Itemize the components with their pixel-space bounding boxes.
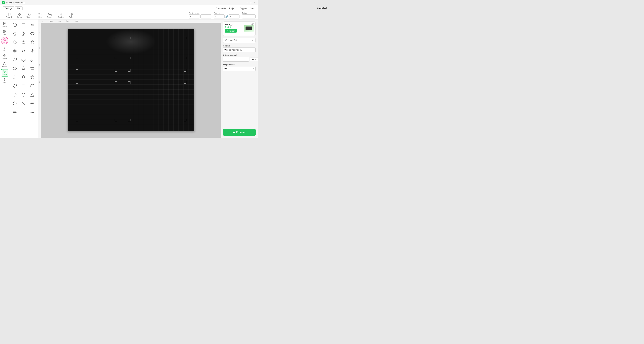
- shop-link[interactable]: Shop: [250, 7, 255, 10]
- insert-tool[interactable]: Insert: [1, 29, 8, 36]
- rotate-input[interactable]: [242, 15, 256, 19]
- settings-icon[interactable]: [252, 23, 254, 26]
- svg-rect-18: [3, 30, 4, 32]
- size-h-input[interactable]: [229, 15, 240, 19]
- group-tool[interactable]: Group: [16, 13, 23, 19]
- community-link[interactable]: Community: [216, 7, 226, 10]
- settings-menu-button[interactable]: Settings: [3, 6, 14, 11]
- maximize-button[interactable]: □: [250, 2, 252, 4]
- shape-dashes[interactable]: [20, 108, 28, 116]
- thickness-input[interactable]: [223, 57, 249, 62]
- corner-tr-1: [184, 37, 186, 39]
- shape-parallelogram[interactable]: [20, 47, 28, 55]
- shape-cloud[interactable]: [28, 82, 36, 90]
- shape-lightning[interactable]: [28, 47, 36, 55]
- canvas-area[interactable]: 0 100 200 300 400 0 100 200 300: [38, 20, 221, 138]
- corner-br-1: [184, 81, 186, 84]
- refresh-button[interactable]: ↻ Refresh: [225, 29, 237, 33]
- shape-tool[interactable]: Shape: [1, 37, 8, 44]
- text-tool[interactable]: Text: [1, 45, 8, 52]
- shape-circle-outline[interactable]: [11, 21, 19, 29]
- svg-rect-6: [30, 13, 31, 14]
- shape-triangle[interactable]: [28, 91, 36, 99]
- material-dropdown[interactable]: User-defined material: [223, 48, 256, 52]
- shape-star6[interactable]: [28, 38, 36, 46]
- chevron-down-icon: [252, 39, 254, 41]
- projects-link[interactable]: Projects: [229, 7, 236, 10]
- reflect-tool[interactable]: Reflect: [68, 13, 75, 19]
- shape-cross[interactable]: [20, 56, 28, 64]
- extract-tool[interactable]: Extract: [1, 61, 8, 69]
- shape-gear[interactable]: [20, 38, 28, 46]
- vector-tool[interactable]: Vector: [1, 53, 8, 60]
- svg-point-42: [22, 76, 24, 79]
- align-tool[interactable]: Align: [36, 13, 43, 19]
- shape-hexagon[interactable]: [20, 91, 28, 99]
- size-w-input[interactable]: [214, 15, 224, 19]
- material-dropdown-wrapper: User-defined material: [223, 48, 256, 52]
- shape-heart[interactable]: [11, 82, 19, 90]
- support-link[interactable]: Support: [240, 7, 247, 10]
- svg-marker-46: [30, 93, 34, 97]
- shape-grid: [11, 21, 36, 116]
- shape-pentagon[interactable]: [11, 99, 19, 107]
- position-x-input[interactable]: [189, 15, 200, 19]
- svg-rect-8: [30, 15, 31, 16]
- right-sidebar: xTool_M1 ⊕ USB ↻ Refresh: [221, 20, 258, 138]
- svg-point-52: [33, 103, 34, 104]
- shape-arrow-up[interactable]: [11, 30, 19, 38]
- ruler-mark-300: 300: [66, 20, 75, 22]
- shape-crescent[interactable]: [11, 73, 19, 81]
- svg-marker-45: [22, 93, 25, 97]
- position-y-input[interactable]: [200, 15, 211, 19]
- shape-star5-outline[interactable]: [20, 65, 28, 73]
- svg-point-26: [13, 23, 16, 27]
- canvas-board[interactable]: [68, 29, 194, 131]
- ungroup-tool[interactable]: Ungroup: [26, 13, 34, 19]
- shape-rounded-rect[interactable]: [20, 82, 28, 90]
- height-raised-dropdown[interactable]: No: [223, 66, 256, 71]
- shape-halfcircle[interactable]: [28, 21, 36, 29]
- title-bar-controls: − □ ×: [246, 2, 256, 4]
- shape-flower[interactable]: [11, 47, 19, 55]
- minimize-button[interactable]: −: [246, 2, 248, 4]
- shape-arrows-ud[interactable]: [28, 56, 36, 64]
- svg-rect-21: [5, 32, 6, 33]
- canvas-container[interactable]: [41, 23, 221, 138]
- combine-tool[interactable]: Combine: [57, 13, 66, 19]
- laser-flat-row[interactable]: Laser flat: [223, 38, 256, 43]
- shape-oval[interactable]: [11, 65, 19, 73]
- shape-star5[interactable]: [28, 73, 36, 81]
- shape-heart-outline[interactable]: [11, 56, 19, 64]
- position-field-group: Position (mm): [189, 12, 211, 19]
- shape-diamond[interactable]: [11, 38, 19, 46]
- image-tool[interactable]: Image: [1, 21, 8, 28]
- svg-point-71: [252, 24, 253, 25]
- shape-rect-outline[interactable]: [20, 21, 28, 29]
- svg-rect-4: [20, 15, 21, 16]
- shape-dots-pattern[interactable]: [28, 99, 36, 107]
- device-status: ⊕ USB: [225, 26, 237, 28]
- shape-right-triangle[interactable]: [20, 99, 28, 107]
- smart-fill-tool[interactable]: Smart fill: [5, 13, 14, 19]
- arrange-tool[interactable]: Arrange: [46, 13, 54, 19]
- svg-marker-22: [3, 38, 6, 41]
- close-button[interactable]: ×: [253, 2, 256, 4]
- shape-ellipse[interactable]: [28, 30, 36, 38]
- app-title-label: xTool Creative Space: [6, 2, 25, 4]
- shape-dashes2[interactable]: [28, 108, 36, 116]
- select-tool[interactable]: Select: [1, 69, 8, 77]
- svg-rect-27: [22, 24, 25, 26]
- svg-rect-20: [3, 32, 4, 33]
- svg-marker-37: [22, 50, 25, 52]
- file-menu-button[interactable]: File: [15, 6, 22, 11]
- process-button[interactable]: ▶ Process: [223, 129, 256, 136]
- auto-measure-button[interactable]: Auto-measure: [250, 58, 258, 61]
- shape-trapezoid[interactable]: [28, 65, 36, 73]
- shape-oval2[interactable]: [20, 73, 28, 81]
- shape-dots-sm[interactable]: [11, 108, 19, 116]
- hand-tool[interactable]: Hand: [1, 77, 8, 85]
- shape-moon[interactable]: [11, 91, 19, 99]
- height-raised-dropdown-wrapper: No: [223, 66, 256, 71]
- shape-bracket[interactable]: [20, 30, 28, 38]
